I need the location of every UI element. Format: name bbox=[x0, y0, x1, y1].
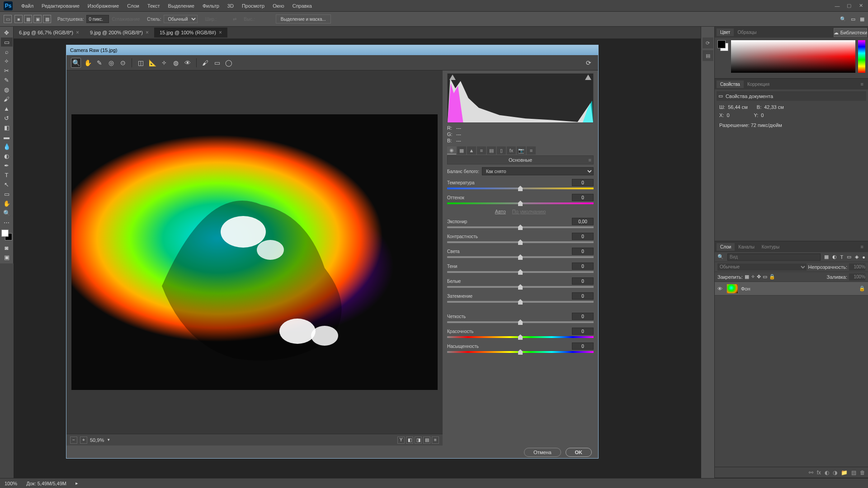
document-tab[interactable]: 9.jpg @ 200% (RGB/8*)× bbox=[85, 28, 154, 38]
ok-button[interactable]: OK bbox=[566, 448, 592, 457]
filter-type-icon[interactable]: ▦ bbox=[824, 254, 829, 260]
gradient-filter-icon[interactable]: ▭ bbox=[212, 58, 222, 68]
document-tab[interactable]: 6.jpg @ 66,7% (RGB/8*)× bbox=[14, 28, 85, 38]
blend-mode-select[interactable]: Обычные bbox=[717, 263, 807, 271]
link-icon[interactable]: ⚯ bbox=[809, 469, 813, 476]
slider-value-input[interactable] bbox=[572, 233, 594, 240]
close-icon[interactable]: ✕ bbox=[857, 3, 864, 9]
menu-редактирование[interactable]: Редактирование bbox=[38, 3, 84, 9]
zoom-level[interactable]: 100% bbox=[5, 481, 17, 486]
basic-tab-icon[interactable]: ◉ bbox=[447, 146, 456, 155]
wb-tool-icon[interactable]: ✎ bbox=[94, 58, 104, 68]
slider-thumb[interactable] bbox=[518, 201, 523, 206]
lock-all-icon[interactable]: 🔒 bbox=[769, 274, 775, 280]
slider-track[interactable] bbox=[447, 188, 594, 189]
view-menu-icon[interactable]: ≡ bbox=[432, 436, 439, 444]
add-selection-icon[interactable]: ▦ bbox=[24, 15, 32, 23]
camera-tab-icon[interactable]: 📷 bbox=[517, 146, 526, 155]
preview-image[interactable] bbox=[66, 70, 443, 434]
straighten-icon[interactable]: 📐 bbox=[147, 58, 157, 68]
menu-слои[interactable]: Слои bbox=[123, 3, 143, 9]
slider-value-input[interactable] bbox=[572, 328, 594, 335]
stamp-tool[interactable]: ▲ bbox=[1, 104, 13, 113]
tab-adjustments[interactable]: Коррекция bbox=[744, 80, 773, 88]
eraser-tool[interactable]: ◧ bbox=[1, 123, 13, 132]
document-tab[interactable]: 15.jpg @ 100% (RGB/8#)× bbox=[154, 28, 227, 38]
libraries-button[interactable]: ☁ Библиотеки bbox=[834, 28, 867, 37]
tab-color[interactable]: Цвет bbox=[717, 28, 734, 36]
zoom-out-icon[interactable]: − bbox=[70, 436, 77, 444]
filter-type-icon[interactable]: ▭ bbox=[847, 254, 851, 260]
color-swatches[interactable] bbox=[1, 230, 12, 240]
lasso-tool[interactable]: ⌕ bbox=[1, 47, 13, 56]
split-tab-icon[interactable]: ▤ bbox=[487, 146, 496, 155]
slider-value-input[interactable] bbox=[572, 277, 594, 285]
default-link[interactable]: По умолчанию bbox=[512, 209, 546, 214]
menu-изображение[interactable]: Изображение bbox=[84, 3, 123, 9]
crop-tool[interactable]: ✂ bbox=[1, 66, 13, 75]
lock-position-icon[interactable]: ✧ bbox=[751, 274, 755, 280]
view-mode-icon[interactable]: ◨ bbox=[415, 436, 422, 444]
slider-thumb[interactable] bbox=[518, 319, 523, 325]
target-adjust-icon[interactable]: ⊙ bbox=[118, 58, 128, 68]
filter-type-icon[interactable]: ◈ bbox=[855, 254, 859, 260]
histogram[interactable] bbox=[447, 73, 594, 123]
marquee-tool-icon[interactable]: ▭ bbox=[4, 15, 12, 23]
marquee-tool[interactable]: ▭ bbox=[1, 38, 13, 47]
screen-mode-icon[interactable]: ▦ bbox=[860, 16, 864, 22]
hand-tool-icon[interactable]: ✋ bbox=[83, 58, 93, 68]
auto-link[interactable]: Авто bbox=[495, 209, 506, 214]
opacity-input[interactable] bbox=[849, 263, 865, 271]
color-sampler-icon[interactable]: ◎ bbox=[106, 58, 116, 68]
tab-layers[interactable]: Слои bbox=[717, 243, 735, 251]
slider-value-input[interactable] bbox=[572, 343, 594, 350]
slider-track[interactable] bbox=[447, 301, 594, 303]
style-select[interactable]: Обычный bbox=[164, 15, 198, 23]
cancel-button[interactable]: Отмена bbox=[524, 448, 561, 457]
panel-menu-icon[interactable]: ≡ bbox=[858, 81, 866, 87]
slider-value-input[interactable] bbox=[572, 218, 594, 225]
layer-thumbnail[interactable] bbox=[726, 284, 738, 294]
blur-tool[interactable]: 💧 bbox=[1, 142, 13, 151]
hsl-tab-icon[interactable]: ≡ bbox=[477, 146, 486, 155]
menu-просмотр[interactable]: Просмотр bbox=[238, 3, 269, 9]
crop-tool-icon[interactable]: ◫ bbox=[136, 58, 146, 68]
slider-thumb[interactable] bbox=[518, 225, 523, 230]
presets-tab-icon[interactable]: ≡ bbox=[527, 146, 536, 155]
tab-channels[interactable]: Каналы bbox=[735, 243, 758, 251]
slider-track[interactable] bbox=[447, 321, 594, 323]
intersect-selection-icon[interactable]: ▩ bbox=[43, 15, 51, 23]
slider-value-input[interactable] bbox=[572, 313, 594, 320]
section-menu-icon[interactable]: ≡ bbox=[589, 157, 591, 163]
tab-paths[interactable]: Контуры bbox=[758, 243, 783, 251]
brushes-dock-icon[interactable]: ▤ bbox=[703, 50, 713, 61]
menu-выделение[interactable]: Выделение bbox=[164, 3, 198, 9]
group-icon[interactable]: 📁 bbox=[841, 469, 848, 476]
history-brush-tool[interactable]: ↺ bbox=[1, 113, 13, 122]
lock-pixels-icon[interactable]: ▦ bbox=[745, 274, 749, 280]
menu-фильтр[interactable]: Фильтр bbox=[198, 3, 223, 9]
shape-tool[interactable]: ▭ bbox=[1, 189, 13, 198]
filter-type-icon[interactable]: ◐ bbox=[832, 254, 837, 260]
slider-track[interactable] bbox=[447, 351, 594, 353]
zoom-tool[interactable]: 🔍 bbox=[1, 208, 13, 217]
slider-thumb[interactable] bbox=[518, 186, 523, 191]
menu-файл[interactable]: Файл bbox=[17, 3, 38, 9]
slider-value-input[interactable] bbox=[572, 194, 594, 201]
slider-thumb[interactable] bbox=[518, 299, 523, 305]
color-swatch[interactable] bbox=[717, 40, 728, 51]
redeye-icon[interactable]: 👁 bbox=[183, 58, 193, 68]
color-spectrum[interactable] bbox=[731, 40, 855, 73]
search-icon[interactable]: 🔍 bbox=[840, 16, 846, 22]
slider-value-input[interactable] bbox=[572, 263, 594, 270]
tab-close-icon[interactable]: × bbox=[146, 29, 149, 36]
settings-icon[interactable]: ⟳ bbox=[584, 58, 594, 68]
fill-input[interactable] bbox=[849, 273, 865, 281]
transform-icon[interactable]: ✧ bbox=[159, 58, 169, 68]
layer-row[interactable]: 👁 Фон 🔒 bbox=[715, 282, 868, 296]
slider-thumb[interactable] bbox=[518, 254, 523, 260]
spot-removal-icon[interactable]: ◍ bbox=[171, 58, 181, 68]
radial-filter-icon[interactable]: ◯ bbox=[224, 58, 234, 68]
tab-close-icon[interactable]: × bbox=[76, 29, 79, 36]
layer-filter-input[interactable] bbox=[727, 253, 821, 261]
